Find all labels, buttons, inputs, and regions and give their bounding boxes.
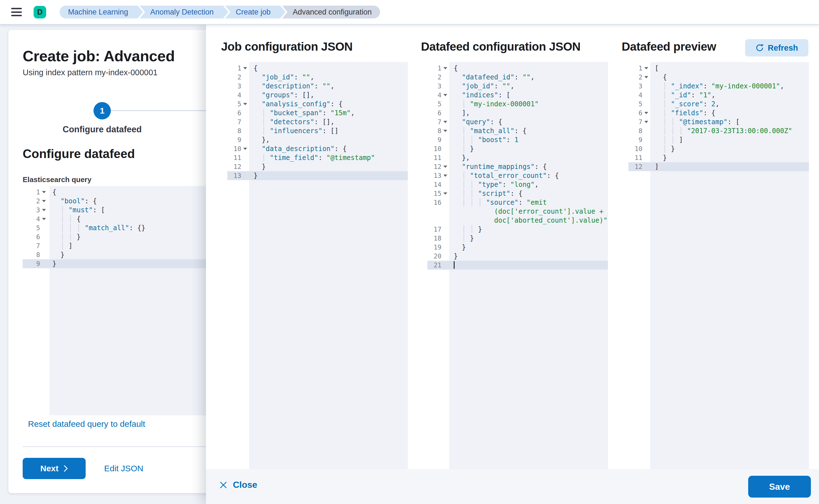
editor-line[interactable]: 12 } xyxy=(227,162,408,171)
editor-line[interactable]: 1[ xyxy=(629,64,809,73)
reset-datafeed-query-link[interactable]: Reset datafeed query to default xyxy=(28,419,145,429)
refresh-button[interactable]: Refresh xyxy=(745,39,808,56)
breadcrumb-item-2[interactable]: Create job xyxy=(225,6,280,18)
text-cursor xyxy=(454,261,455,269)
chevron-right-icon xyxy=(63,465,68,472)
editor-line[interactable]: 21 xyxy=(427,261,608,270)
editor-line[interactable]: 9 │ │ "boost": 1 xyxy=(427,135,608,144)
fold-arrow-icon[interactable] xyxy=(644,121,648,123)
editor-line[interactable]: 20} xyxy=(427,252,608,261)
editor-line[interactable]: 11 │ "time_field": "@timestamp" xyxy=(227,153,408,162)
editor-line[interactable]: 15 │ │ "script": { xyxy=(427,189,608,198)
fold-arrow-icon[interactable] xyxy=(243,67,247,69)
fold-arrow-icon[interactable] xyxy=(42,200,46,202)
editor-line[interactable]: 2 "job_id": "", xyxy=(227,73,408,82)
editor-line[interactable]: 9 │ │ ] xyxy=(629,135,809,144)
fold-arrow-icon[interactable] xyxy=(42,218,46,220)
space-avatar[interactable]: D xyxy=(34,6,46,18)
close-button[interactable]: Close xyxy=(220,480,257,490)
breadcrumb-item-3: Advanced configuration xyxy=(282,6,380,18)
editor-line[interactable]: 9 }, xyxy=(227,135,408,144)
editor-line[interactable]: 7 │ "detectors": [], xyxy=(227,117,408,126)
editor-line[interactable]: 10 │ } xyxy=(427,144,608,153)
job-configuration-json-title: Job configuration JSON xyxy=(221,40,353,53)
editor-line[interactable]: 16 │ │ │ "source": "emit xyxy=(427,198,608,207)
editor-line[interactable]: 4 "indices": [ xyxy=(427,91,608,100)
fold-arrow-icon[interactable] xyxy=(443,94,447,96)
configure-datafeed-heading: Configure datafeed xyxy=(23,147,135,161)
datafeed-preview-title: Datafeed preview xyxy=(622,40,716,53)
fold-arrow-icon[interactable] xyxy=(644,112,648,114)
datafeed-preview-editor[interactable]: 1[2 {3 │ "_index": "my-index-000001",4 │… xyxy=(629,62,809,469)
editor-line[interactable]: 1{ xyxy=(427,64,608,73)
editor-line[interactable]: 4 │ "_id": "1", xyxy=(629,91,809,100)
editor-line[interactable]: 2 { xyxy=(629,73,809,82)
datafeed-configuration-json-editor[interactable]: 1{2 "datafeed_id": "",3 "job_id": "",4 "… xyxy=(427,62,608,469)
editor-line[interactable]: 4 "groups": [], xyxy=(227,91,408,100)
fold-arrow-icon[interactable] xyxy=(243,103,247,105)
editor-line[interactable]: 5 │ "my-index-000001" xyxy=(427,100,608,109)
editor-line[interactable]: 6 │ "bucket_span": "15m", xyxy=(227,109,408,117)
editor-line[interactable]: 5 │ "_score": 2, xyxy=(629,100,809,109)
page-title: Create job: Advanced xyxy=(23,47,175,65)
index-pattern-subtitle: Using index pattern my-index-000001 xyxy=(23,68,157,77)
editor-line[interactable]: 13 │ "total_error_count": { xyxy=(427,171,608,180)
editor-line[interactable]: 12] xyxy=(629,162,809,171)
editor-line[interactable]: 11 } xyxy=(629,153,809,162)
editor-line[interactable]: 1{ xyxy=(227,64,408,73)
editor-line[interactable]: 5 "analysis_config": { xyxy=(227,100,408,109)
save-button[interactable]: Save xyxy=(748,476,811,498)
menu-icon[interactable] xyxy=(11,8,22,16)
editor-line[interactable]: 17 │ │ } xyxy=(427,225,608,234)
editor-line[interactable]: 6 ], xyxy=(427,109,608,117)
flyout-footer: Close Save xyxy=(206,469,819,504)
editor-line[interactable]: 3 "job_id": "", xyxy=(427,82,608,91)
step-1-indicator[interactable]: 1 xyxy=(93,102,111,119)
next-button[interactable]: Next xyxy=(23,458,86,479)
breadcrumb: Machine LearningAnomaly DetectionCreate … xyxy=(60,6,380,18)
fold-arrow-icon[interactable] xyxy=(42,191,46,193)
editor-line[interactable]: 18 │ } xyxy=(427,234,608,243)
fold-arrow-icon[interactable] xyxy=(443,130,447,132)
next-button-label: Next xyxy=(40,464,58,473)
fold-arrow-icon[interactable] xyxy=(443,175,447,177)
editor-line[interactable]: doc['aborted_count'].value)" xyxy=(427,216,608,225)
step-1-label: Configure datafeed xyxy=(46,124,158,135)
editor-line[interactable]: (doc['error_count'].value + xyxy=(427,207,608,216)
refresh-button-label: Refresh xyxy=(768,43,798,53)
editor-line[interactable]: 7 "query": { xyxy=(427,117,608,126)
editor-line[interactable]: 10 │ } xyxy=(629,144,809,153)
editor-line[interactable]: 8 │ │ │ "2017-03-23T13:00:00.000Z" xyxy=(629,126,809,135)
advanced-configuration-flyout: Job configuration JSON Datafeed configur… xyxy=(206,25,819,504)
breadcrumb-item-0[interactable]: Machine Learning xyxy=(60,6,138,18)
editor-line[interactable]: 2 "datafeed_id": "", xyxy=(427,73,608,82)
editor-line[interactable]: 7 │ │ "@timestamp": [ xyxy=(629,117,809,126)
editor-line[interactable]: 11 }, xyxy=(427,153,608,162)
fold-arrow-icon[interactable] xyxy=(443,166,447,168)
editor-line[interactable]: 19 } xyxy=(427,243,608,252)
job-configuration-json-editor[interactable]: 1{2 "job_id": "",3 "description": "",4 "… xyxy=(227,62,408,469)
fold-arrow-icon[interactable] xyxy=(443,121,447,123)
editor-line[interactable]: 6 │ "fields": { xyxy=(629,109,809,117)
fold-arrow-icon[interactable] xyxy=(443,67,447,69)
page: { "topbar": { "avatar_letter": "D", "bre… xyxy=(0,0,819,504)
refresh-icon xyxy=(756,44,764,52)
editor-line[interactable]: 3 "description": "", xyxy=(227,82,408,91)
fold-arrow-icon[interactable] xyxy=(443,192,447,195)
fold-arrow-icon[interactable] xyxy=(644,76,648,78)
editor-line[interactable]: 3 │ "_index": "my-index-000001", xyxy=(629,82,809,91)
top-navigation-bar: D Machine LearningAnomaly DetectionCreat… xyxy=(0,0,819,25)
breadcrumb-item-1[interactable]: Anomaly Detection xyxy=(140,6,224,18)
edit-json-link[interactable]: Edit JSON xyxy=(104,464,143,473)
editor-line[interactable]: 8 │ "match_all": { xyxy=(427,126,608,135)
editor-line[interactable]: 12 "runtime_mappings": { xyxy=(427,162,608,171)
editor-line[interactable]: 8 │ "influencers": [] xyxy=(227,126,408,135)
fold-arrow-icon[interactable] xyxy=(243,148,247,150)
editor-line[interactable]: 10 "data_description": { xyxy=(227,144,408,153)
elasticsearch-query-label: Elasticsearch query xyxy=(23,175,91,184)
fold-arrow-icon[interactable] xyxy=(42,209,46,211)
fold-arrow-icon[interactable] xyxy=(644,67,648,69)
editor-line[interactable]: 14 │ │ "type": "long", xyxy=(427,180,608,189)
editor-line[interactable]: 13} xyxy=(227,171,408,180)
close-icon xyxy=(220,481,227,489)
